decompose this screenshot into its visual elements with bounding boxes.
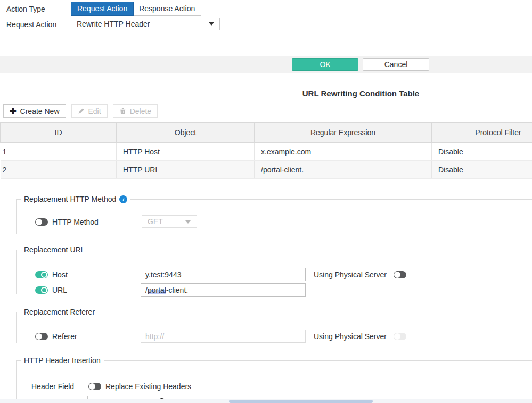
url-label: URL: [52, 286, 67, 294]
host-input[interactable]: [141, 268, 306, 281]
request-action-select[interactable]: Rewrite HTTP Header: [71, 18, 220, 30]
column-header-id[interactable]: ID: [1, 123, 117, 143]
tab-request-action[interactable]: Request Action: [71, 2, 134, 16]
request-action-label: Request Action: [6, 20, 56, 29]
replacement-http-method-legend: Replacement HTTP Method i: [21, 195, 130, 203]
condition-table-title: URL Rewriting Condition Table: [245, 89, 477, 98]
using-physical-server-label: Using Physical Server: [314, 270, 387, 279]
url-input[interactable]: /portal-client.: [141, 283, 306, 297]
scrollbar-thumb[interactable]: [229, 400, 373, 403]
url-value-suffix: -client.: [166, 286, 188, 294]
horizontal-scrollbar[interactable]: [0, 399, 532, 403]
referer-label: Referer: [52, 332, 77, 341]
info-icon[interactable]: i: [119, 195, 127, 203]
replacement-referer-legend: Replacement Referer: [21, 308, 98, 316]
http-method-label: HTTP Method: [52, 218, 99, 226]
cancel-button[interactable]: Cancel: [363, 58, 429, 71]
http-header-insertion-panel: HTTP Header Insertion Header Field Repla…: [16, 356, 532, 403]
legend-text: Replacement HTTP Method: [24, 195, 116, 203]
delete-label: Delete: [130, 107, 151, 116]
delete-button[interactable]: Delete: [113, 104, 158, 118]
referer-input[interactable]: [141, 330, 306, 343]
create-new-button[interactable]: ✚ Create New: [3, 104, 66, 118]
cell-protocol-filter: Disable: [432, 143, 532, 161]
http-method-select[interactable]: GET: [142, 215, 197, 228]
trash-icon: [119, 108, 126, 114]
condition-table-toolbar: ✚ Create New Edit Delete: [3, 104, 158, 118]
plus-icon: ✚: [10, 107, 17, 115]
cell-id: 1: [1, 143, 117, 161]
ok-button[interactable]: OK: [292, 58, 358, 71]
url-toggle[interactable]: [35, 286, 48, 294]
replacement-url-legend: Replacement URL: [21, 245, 88, 254]
pencil-icon: [78, 108, 85, 114]
table-header-row: ID Object Regular Expression Protocol Fi…: [1, 123, 532, 143]
url-value-selected: portal: [148, 286, 166, 294]
create-new-label: Create New: [20, 107, 60, 116]
condition-table: ID Object Regular Expression Protocol Fi…: [0, 122, 532, 179]
replace-existing-headers-label: Replace Existing Headers: [105, 382, 191, 391]
using-physical-server-label: Using Physical Server: [314, 332, 387, 341]
column-header-regex[interactable]: Regular Expression: [255, 123, 432, 143]
legend-text: Replacement Referer: [24, 308, 95, 316]
request-action-selected-value: Rewrite HTTP Header: [77, 20, 150, 28]
column-header-protocol-filter[interactable]: Protocol Filter: [432, 123, 532, 143]
http-method-value: GET: [148, 217, 163, 226]
edit-button[interactable]: Edit: [71, 104, 108, 118]
referer-physical-server-toggle[interactable]: [394, 333, 406, 340]
edit-label: Edit: [88, 107, 101, 116]
chevron-down-icon: [185, 220, 191, 224]
legend-text: HTTP Header Insertion: [24, 356, 101, 365]
host-label: Host: [52, 270, 68, 279]
cell-object: HTTP URL: [117, 161, 255, 179]
cell-regex: x.example.com: [255, 143, 432, 161]
cell-id: 2: [1, 161, 117, 179]
legend-text: Replacement URL: [24, 245, 85, 254]
chevron-down-icon: [209, 22, 214, 26]
cell-protocol-filter: Disable: [432, 161, 532, 179]
host-toggle[interactable]: [35, 271, 48, 278]
referer-toggle[interactable]: [35, 333, 48, 340]
cell-regex: /portal-client.: [255, 161, 432, 179]
column-header-object[interactable]: Object: [117, 123, 255, 143]
replacement-referer-panel: Replacement Referer Referer Using Physic…: [16, 308, 532, 343]
replace-existing-headers-toggle[interactable]: [88, 383, 101, 390]
action-type-label: Action Type: [6, 5, 45, 13]
replacement-url-panel: Replacement URL Host Using Physical Serv…: [16, 245, 532, 294]
action-type-tabs: Request Action Response Action: [71, 2, 201, 16]
table-row[interactable]: 2 HTTP URL /portal-client. Disable: [1, 161, 532, 179]
header-field-label: Header Field: [31, 382, 74, 391]
cell-object: HTTP Host: [117, 143, 255, 161]
replacement-http-method-panel: Replacement HTTP Method i HTTP Method GE…: [16, 195, 532, 234]
table-row[interactable]: 1 HTTP Host x.example.com Disable: [1, 143, 532, 161]
tab-response-action[interactable]: Response Action: [133, 2, 201, 15]
http-header-insertion-legend: HTTP Header Insertion: [21, 356, 104, 365]
http-method-toggle[interactable]: [35, 218, 48, 226]
action-bar: OK Cancel: [0, 56, 532, 73]
host-physical-server-toggle[interactable]: [394, 271, 406, 278]
